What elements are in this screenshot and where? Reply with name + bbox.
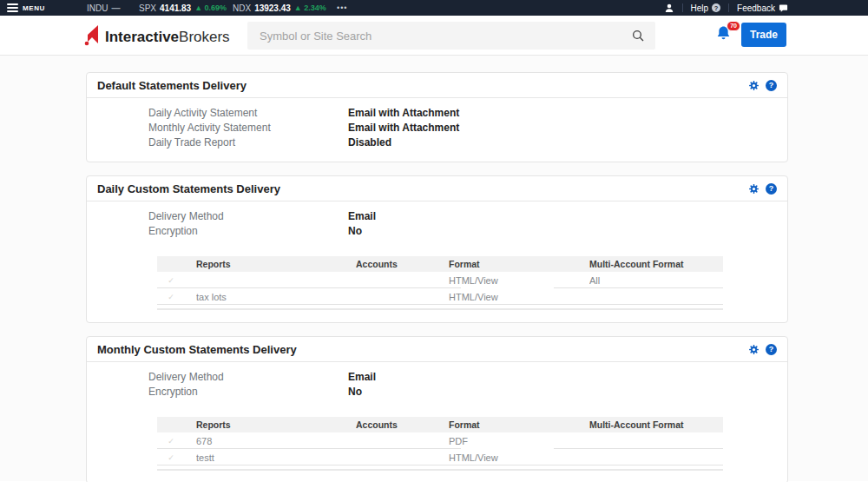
reports-table: Reports Accounts Format Multi-Account Fo… <box>157 256 723 310</box>
column-header: Multi-Account Format <box>589 419 723 430</box>
question-circle-icon[interactable] <box>766 344 777 355</box>
field-value: Email <box>348 371 376 383</box>
more-tickers-button[interactable]: ••• <box>337 0 347 16</box>
panel-header: Default Statements Delivery <box>87 73 787 98</box>
field-row: Delivery Method Email <box>87 208 787 223</box>
field-row: Monthly Activity Statement Email with At… <box>87 120 787 135</box>
column-header: Reports <box>196 419 356 430</box>
trade-button[interactable]: Trade <box>741 23 786 47</box>
table-bottom-edge <box>157 308 723 310</box>
reports-cell[interactable]: 678 <box>196 436 356 446</box>
ticker-symbol: NDX <box>233 3 251 13</box>
field-label: Encryption <box>148 386 348 398</box>
search-icon[interactable] <box>631 29 645 43</box>
field-row: Daily Activity Statement Email with Atta… <box>87 105 787 120</box>
ticker-change: ▲ 2.34% <box>294 3 326 12</box>
ticker-ndx[interactable]: NDX 13923.43 ▲ 2.34% <box>233 0 326 16</box>
gear-icon[interactable] <box>748 344 760 355</box>
feedback-label: Feedback <box>737 3 775 13</box>
field-row: Encryption No <box>87 223 787 238</box>
table-header-row: Reports Accounts Format Multi-Account Fo… <box>157 417 723 432</box>
panel-header: Monthly Custom Statements Delivery <box>87 337 787 362</box>
site-search <box>247 22 655 50</box>
field-row: Daily Trade Report Disabled <box>87 135 787 149</box>
field-row: Delivery Method Email <box>87 369 787 384</box>
menu-button[interactable]: MENU <box>7 0 45 16</box>
row-divider <box>157 304 723 305</box>
feedback-bubble-icon <box>779 3 788 13</box>
ticker-spx[interactable]: SPX 4141.83 ▲ 0.69% <box>139 0 227 16</box>
format-cell: HTML/View <box>449 452 589 463</box>
format-cell: PDF <box>449 436 589 446</box>
column-header: Format <box>449 419 589 430</box>
person-icon <box>664 3 674 14</box>
ib-logo-mark-icon <box>84 25 102 46</box>
field-value: Email with Attachment <box>348 122 459 134</box>
panel-daily-custom-statements-delivery: Daily Custom Statements Delivery Deliver… <box>86 175 788 323</box>
menu-label: MENU <box>23 4 45 12</box>
panel-header: Daily Custom Statements Delivery <box>87 176 787 201</box>
hamburger-icon <box>7 3 18 12</box>
panel-title: Daily Custom Statements Delivery <box>97 182 280 195</box>
panel-body: Delivery Method Email Encryption No Repo… <box>87 362 787 482</box>
ticker-change: ▲ 0.69% <box>194 3 227 12</box>
brand-logo[interactable]: InteractiveBrokers <box>84 25 230 46</box>
ticker-symbol: SPX <box>139 3 156 13</box>
topbar-right-group: Help Feedback <box>664 0 789 16</box>
format-cell: HTML/View <box>449 275 589 286</box>
field-label: Daily Trade Report <box>148 136 348 149</box>
format-cell: HTML/View <box>449 292 589 302</box>
top-ticker-bar: MENU INDU — SPX 4141.83 ▲ 0.69% NDX 1392… <box>0 0 868 16</box>
gear-icon[interactable] <box>748 183 760 195</box>
panel-body: Delivery Method Email Encryption No Repo… <box>87 201 787 322</box>
column-header: Accounts <box>356 419 449 430</box>
panel-title: Default Statements Delivery <box>97 79 247 92</box>
panel-monthly-custom-statements-delivery: Monthly Custom Statements Delivery Deliv… <box>86 336 788 482</box>
notifications-bell[interactable]: 70 <box>715 25 734 44</box>
divider <box>728 3 729 12</box>
reports-cell[interactable]: testt <box>196 452 356 463</box>
page-content: Default Statements Delivery Daily Activi… <box>0 56 868 481</box>
search-input[interactable] <box>247 30 631 43</box>
field-value: No <box>348 386 362 398</box>
help-button[interactable]: Help <box>691 3 721 13</box>
ticker-value: 4141.83 <box>160 3 191 13</box>
field-label: Delivery Method <box>148 371 348 383</box>
help-label: Help <box>691 3 709 13</box>
column-header: Format <box>449 259 589 269</box>
question-circle-icon[interactable] <box>766 80 777 91</box>
divider <box>682 3 683 12</box>
table-header-row: Reports Accounts Format Multi-Account Fo… <box>157 256 723 272</box>
account-button[interactable] <box>664 3 674 14</box>
field-label: Monthly Activity Statement <box>148 122 348 134</box>
table-row: testt HTML/View <box>157 449 723 465</box>
reports-table: Reports Accounts Format Multi-Account Fo… <box>157 417 723 471</box>
row-divider <box>157 465 723 465</box>
multi-account-format-cell: All <box>589 275 723 286</box>
gear-icon[interactable] <box>748 80 760 91</box>
ticker-symbol: INDU <box>87 3 108 13</box>
brand-light: Brokers <box>179 29 230 45</box>
ticker-indu[interactable]: INDU — <box>87 0 120 16</box>
notification-badge: 70 <box>727 21 740 31</box>
field-label: Encryption <box>148 225 348 237</box>
field-value: No <box>348 225 362 237</box>
field-label: Daily Activity Statement <box>148 107 348 119</box>
field-value: Disabled <box>348 136 391 149</box>
help-circle-icon <box>712 3 720 12</box>
table-row: tax lots HTML/View <box>157 288 723 305</box>
ticker-value: — <box>111 3 120 13</box>
column-header: Reports <box>196 259 356 269</box>
panel-body: Daily Activity Statement Email with Atta… <box>87 98 787 162</box>
ticker-value: 13923.43 <box>254 3 291 13</box>
field-label: Delivery Method <box>148 210 348 222</box>
question-circle-icon[interactable] <box>766 183 777 195</box>
table-row: HTML/View All <box>157 272 723 288</box>
field-value: Email with Attachment <box>348 107 459 119</box>
table-bottom-edge <box>157 469 723 471</box>
reports-cell[interactable]: tax lots <box>196 292 356 302</box>
app-header: InteractiveBrokers 70 Trade <box>0 16 868 56</box>
table-row: 678 PDF <box>157 432 723 449</box>
feedback-button[interactable]: Feedback <box>737 3 788 13</box>
column-header: Multi-Account Format <box>589 259 723 269</box>
